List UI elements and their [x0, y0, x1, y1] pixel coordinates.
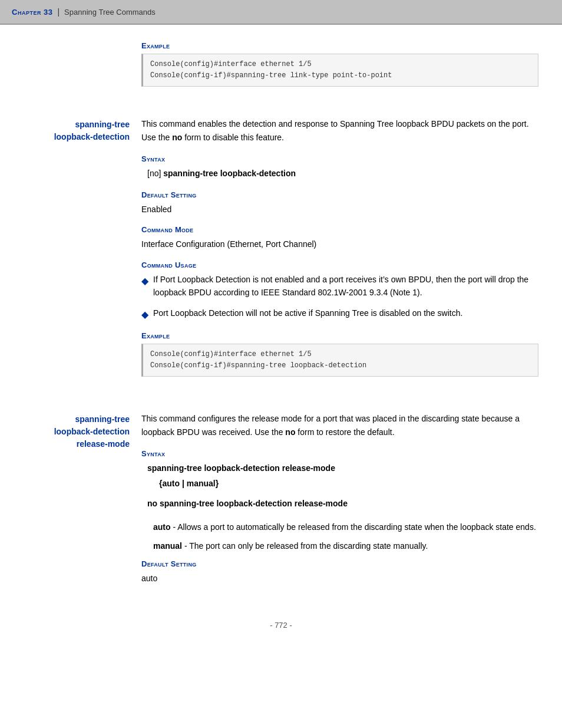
section2-default-value: Enabled — [141, 203, 538, 216]
page-footer: - 772 - — [0, 615, 562, 635]
section2-description: This command enables the detection and r… — [141, 117, 538, 144]
section3-manual-text: - The port can only be released from the… — [182, 541, 428, 551]
section3-default-heading: Default Setting — [141, 559, 538, 568]
chapter-label: Chapter 33 — [12, 8, 52, 17]
bullet-text-2: Port Loopback Detection will not be acti… — [153, 307, 462, 319]
command-name-release-1: spanning-tree — [12, 413, 130, 426]
section1-example: Example Console(config)#interface ethern… — [141, 41, 538, 87]
command-name-release-3: release-mode — [12, 438, 130, 450]
section3-syntax-line1: spanning-tree loopback-detection release… — [147, 462, 538, 476]
command-name-release-2: loopback-detection — [12, 426, 130, 438]
section3-syntax-heading: Syntax — [141, 449, 538, 458]
section2-example-heading: Example — [141, 331, 538, 340]
section3-body: This command configures the release mode… — [141, 412, 538, 594]
section2-syntax-cmd: spanning-tree loopback-detection — [161, 169, 296, 178]
section2-mode-block: Command Mode Interface Configuration (Et… — [141, 225, 538, 251]
bullet-diamond-2: ◆ — [141, 307, 148, 322]
section3-auto-bold: auto — [153, 522, 171, 532]
section2-mode-value: Interface Configuration (Ethernet, Port … — [141, 238, 538, 251]
section2-code-box: Console(config)#interface ethernet 1/5 C… — [141, 344, 538, 377]
section2-mode-heading: Command Mode — [141, 225, 538, 234]
section2-bullet-list: ◆ If Port Loopback Detection is not enab… — [141, 273, 538, 322]
section2-syntax-heading: Syntax — [141, 154, 538, 163]
section3-manual-bold: manual — [153, 541, 182, 551]
header-title: Spanning Tree Commands — [64, 8, 156, 17]
example1-heading: Example — [141, 41, 538, 50]
section2-default-block: Default Setting Enabled — [141, 190, 538, 216]
section2-syntax-line: [no] spanning-tree loopback-detection — [147, 167, 538, 181]
bullet-item-2: ◆ Port Loopback Detection will not be ac… — [141, 307, 538, 322]
section2-body: This command enables the detection and r… — [141, 117, 538, 386]
section3-default-value: auto — [141, 572, 538, 585]
bullet-diamond-1: ◆ — [141, 274, 148, 289]
section2-desc-bold: no — [172, 133, 182, 142]
section3-row: spanning-tree loopback-detection release… — [0, 406, 562, 600]
page-header: Chapter 33 | Spanning Tree Commands — [0, 0, 562, 25]
section3-syntax-line2: no spanning-tree loopback-detection rele… — [147, 497, 538, 511]
section2-syntax-opt: [no] — [147, 169, 161, 178]
section2-code-line-2: Console(config-if)#spanning-tree loopbac… — [150, 360, 531, 371]
section3-options-text: {auto | manual} — [159, 479, 219, 488]
section2-sidebar: spanning-tree loopback-detection — [12, 117, 141, 386]
section3-sidebar: spanning-tree loopback-detection release… — [12, 412, 141, 594]
command-name-loopback-1: spanning-tree — [12, 118, 130, 131]
section2-row: spanning-tree loopback-detection This co… — [0, 111, 562, 392]
bullet-item-1: ◆ If Port Loopback Detection is not enab… — [141, 273, 538, 299]
section3-description: This command configures the release mode… — [141, 412, 538, 439]
section3-syntax-cmd2: no spanning-tree loopback-detection rele… — [147, 499, 348, 508]
example1-code: Console(config)#interface ethernet 1/5 C… — [141, 54, 538, 87]
bullet-text-1: If Port Loopback Detection is not enable… — [153, 273, 538, 299]
section3-manual-desc: manual - The port can only be released f… — [153, 539, 538, 552]
section2-default-heading: Default Setting — [141, 190, 538, 199]
section2-code-line-1: Console(config)#interface ethernet 1/5 — [150, 349, 531, 360]
section3-auto-text: - Allows a port to automatically be rele… — [171, 522, 536, 532]
page-number: - 772 - — [270, 621, 292, 630]
section3-syntax-options: {auto | manual} — [147, 477, 538, 491]
header-separator: | — [57, 7, 59, 17]
code-line-2: Console(config-if)#spanning-tree link-ty… — [150, 70, 531, 81]
section3-syntax-cmd1: spanning-tree loopback-detection release… — [147, 463, 335, 473]
section2-usage-block: Command Usage ◆ If Port Loopback Detecti… — [141, 261, 538, 322]
code-line-1: Console(config)#interface ethernet 1/5 — [150, 59, 531, 70]
section3-syntax-block: spanning-tree loopback-detection release… — [141, 462, 538, 510]
section3-default-block: Default Setting auto — [141, 559, 538, 585]
section3-desc-bold: no — [285, 427, 295, 437]
section2-usage-heading: Command Usage — [141, 261, 538, 269]
command-name-loopback-2: loopback-detection — [12, 131, 130, 143]
section2-syntax-block: [no] spanning-tree loopback-detection — [141, 167, 538, 181]
section2-desc-end: form to disable this feature. — [182, 133, 284, 142]
section3-desc-end: form to restore the default. — [295, 427, 394, 437]
section3-auto-desc: auto - Allows a port to automatically be… — [153, 521, 538, 533]
